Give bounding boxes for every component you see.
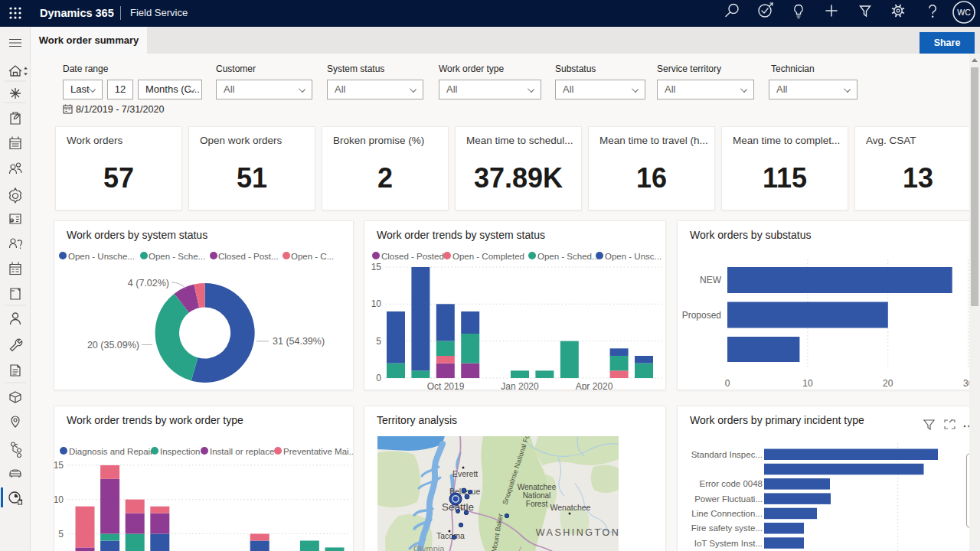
svg-text:WASHINGTON: WASHINGTON [536,527,619,538]
svg-text:20 (35.09%): 20 (35.09%) [87,340,139,350]
svg-text:Wenatchee: Wenatchee [518,483,557,491]
svg-text:Open - C...: Open - C... [291,252,334,261]
svg-text:National: National [523,491,551,500]
svg-text:Open - Unsche...: Open - Unsche... [68,252,135,261]
svg-text:31 (54.39%): 31 (54.39%) [273,336,325,347]
svg-text:10: 10 [371,298,382,309]
svg-text:Line Connection...: Line Connection... [691,509,763,518]
svg-text:Open - Unsc...: Open - Unsc... [605,252,662,261]
svg-text:0: 0 [376,373,381,383]
svg-text:WC: WC [957,8,971,17]
svg-text:Open - Completed: Open - Completed [452,252,524,261]
svg-text:Proposed: Proposed [682,310,721,321]
svg-text:Fire safety syste...: Fire safety syste... [691,523,763,533]
svg-text:Open - Sched...: Open - Sched... [537,252,599,261]
svg-text:Open - Sche...: Open - Sche... [149,252,205,261]
svg-text:Jan 2020: Jan 2020 [501,381,539,390]
svg-text:Error code 0048: Error code 0048 [700,479,763,488]
svg-text:Dynamics 365: Dynamics 365 [40,7,114,19]
svg-text:5: 5 [58,529,64,540]
svg-text:Oct 2019: Oct 2019 [427,381,465,390]
svg-text:Forest: Forest [526,500,548,508]
svg-text:0: 0 [725,378,730,389]
svg-text:Diagnosis and Repair: Diagnosis and Repair [69,447,153,456]
svg-text:10: 10 [54,494,64,505]
svg-text:Closed - Post...: Closed - Post... [218,252,279,261]
svg-text:Power Fluctuati...: Power Fluctuati... [694,494,763,504]
svg-text:Olympia: Olympia [413,544,445,551]
svg-text:IoT System Inst...: IoT System Inst... [694,539,763,548]
svg-text:15: 15 [54,460,64,471]
svg-text:Tacoma: Tacoma [436,531,465,540]
svg-text:Everett: Everett [452,469,478,478]
svg-text:10: 10 [802,378,813,389]
svg-text:4 (7.02%): 4 (7.02%) [128,278,169,289]
svg-text:20: 20 [883,378,893,389]
svg-text:Inspection: Inspection [160,447,200,456]
svg-text:Preventative Mai...: Preventative Mai... [283,447,354,456]
svg-text:5: 5 [376,336,381,347]
svg-text:Standard Inspec...: Standard Inspec... [691,450,763,459]
svg-text:Field Service: Field Service [130,7,188,18]
svg-text:NEW: NEW [700,275,722,285]
svg-text:Install or replace: Install or replace [210,447,274,456]
svg-text:Closed - Posted: Closed - Posted [381,252,444,261]
svg-text:15: 15 [371,262,382,272]
svg-text:Wenatchee: Wenatchee [550,503,591,512]
svg-text:Apr 2020: Apr 2020 [576,381,613,390]
